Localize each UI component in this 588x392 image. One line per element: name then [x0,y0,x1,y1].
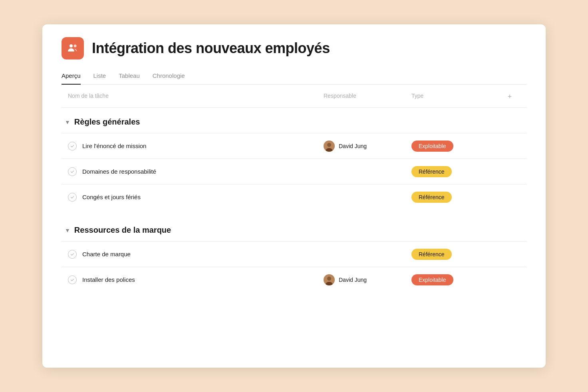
tab-tableau[interactable]: Tableau [119,69,140,85]
tab-apercu[interactable]: Aperçu [62,69,81,85]
check-circle-icon[interactable] [68,275,77,284]
task-name-cell: Installer des polices [68,275,324,284]
assignee-cell: David Jung [324,141,411,152]
assignee-name: David Jung [339,143,367,149]
task-name: Charte de marque [82,251,131,257]
section-regles-generales[interactable]: ▼ Règles générales [62,108,526,133]
main-window: Intégration des nouveaux employés Aperçu… [42,24,546,368]
chevron-down-icon: ▼ [65,227,70,234]
header: Intégration des nouveaux employés Aperçu… [42,24,546,85]
col-type: Type [411,93,499,101]
section-title: Règles générales [74,117,140,127]
table-row[interactable]: Lire l'énoncé de mission David Jung Expl… [62,133,526,158]
type-badge: Exploitable [411,274,453,285]
col-task-name: Nom de la tâche [68,93,324,101]
chevron-down-icon: ▼ [65,119,70,125]
app-icon [62,37,84,59]
avatar-image [324,141,335,152]
add-column-button[interactable]: + [499,93,520,101]
check-circle-icon[interactable] [68,193,77,202]
section-title: Ressources de la marque [74,226,171,235]
table-row[interactable]: Domaines de responsabilité Référence [62,158,526,184]
check-circle-icon[interactable] [68,250,77,259]
tabs-bar: Aperçu Liste Tableau Chronologie [62,69,526,85]
title-row: Intégration des nouveaux employés [62,37,526,59]
task-name: Lire l'énoncé de mission [82,143,146,149]
table-row[interactable]: Congés et jours fériés Référence [62,184,526,210]
avatar [324,274,335,285]
page-title: Intégration des nouveaux employés [92,40,330,57]
assignee-cell: David Jung [324,274,411,285]
tab-liste[interactable]: Liste [93,69,106,85]
section-ressources-marque[interactable]: ▼ Ressources de la marque [62,216,526,241]
type-cell: Référence [411,166,499,177]
type-badge: Référence [411,166,452,177]
check-circle-icon[interactable] [68,142,77,150]
task-name: Congés et jours fériés [82,194,141,200]
task-name-cell: Domaines de responsabilité [68,167,324,176]
table-header: Nom de la tâche Responsable Type + [62,86,526,108]
task-name-cell: Lire l'énoncé de mission [68,142,324,150]
task-name: Domaines de responsabilité [82,168,156,175]
avatar [324,141,335,152]
tab-chronologie[interactable]: Chronologie [153,69,185,85]
svg-point-1 [74,45,77,48]
assignee-name: David Jung [339,277,367,283]
table-container: Nom de la tâche Responsable Type + ▼ Règ… [42,86,546,292]
table-row[interactable]: Charte de marque Référence [62,241,526,267]
table-row[interactable]: Installer des polices David Jung Exploit… [62,267,526,292]
avatar-image [324,274,335,285]
task-name: Installer des polices [82,276,135,283]
col-responsable: Responsable [324,93,411,101]
svg-point-6 [327,277,331,281]
type-badge: Référence [411,192,452,203]
type-badge: Exploitable [411,141,453,152]
type-cell: Exploitable [411,141,499,152]
check-circle-icon[interactable] [68,167,77,176]
type-cell: Référence [411,192,499,203]
task-name-cell: Charte de marque [68,250,324,259]
svg-point-3 [327,143,331,147]
type-badge: Référence [411,249,452,260]
people-icon [66,42,79,55]
svg-point-0 [70,44,73,48]
type-cell: Référence [411,249,499,260]
type-cell: Exploitable [411,274,499,285]
task-name-cell: Congés et jours fériés [68,193,324,202]
